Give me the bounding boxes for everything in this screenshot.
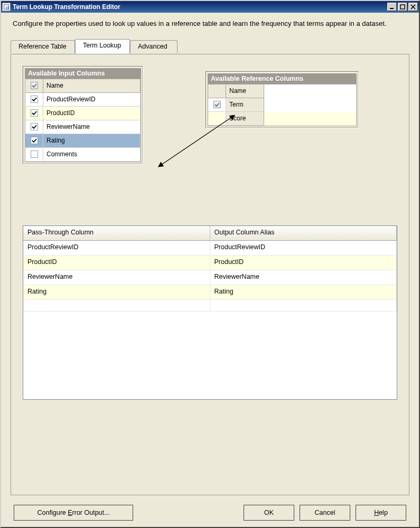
row-checkbox[interactable] (31, 150, 38, 158)
table-row[interactable]: Rating Rating (23, 285, 397, 300)
svg-rect-4 (400, 5, 405, 9)
input-box-title: Available Input Columns (25, 68, 141, 79)
row-checkbox[interactable] (213, 101, 221, 108)
cancel-button[interactable]: Cancel (300, 505, 350, 521)
tab-advanced[interactable]: Advanced (130, 40, 178, 53)
table-row[interactable]: ProductID ProductID (23, 256, 397, 270)
svg-line-2 (8, 9, 10, 10)
table-row[interactable] (23, 300, 397, 315)
table-row[interactable]: ReviewerName ReviewerName (23, 270, 397, 285)
reference-box-title: Available Reference Columns (208, 73, 357, 84)
row-checkbox[interactable] (31, 137, 38, 144)
configure-error-output-button[interactable]: Configure Error Output... (14, 505, 133, 521)
help-button[interactable]: Help (356, 505, 406, 521)
app-icon (2, 3, 11, 11)
ok-button[interactable]: OK (244, 505, 294, 521)
row-checkbox[interactable] (31, 109, 38, 117)
header-pass-through: Pass-Through Column (23, 226, 210, 241)
table-row[interactable]: Rating (25, 134, 141, 148)
row-checkbox[interactable] (31, 123, 38, 130)
input-columns-grid[interactable]: Name ProductReviewID ProductID (25, 79, 141, 162)
input-header-name: Name (43, 79, 141, 93)
close-button[interactable] (408, 3, 418, 11)
minimize-button[interactable] (387, 3, 397, 11)
tab-term-lookup[interactable]: Term Lookup (75, 39, 130, 54)
title-bar: Term Lookup Transformation Editor (1, 1, 419, 13)
description-text: Configure the properties used to look up… (3, 16, 417, 33)
svg-rect-3 (390, 8, 394, 9)
table-row[interactable]: Term (208, 98, 356, 112)
output-mapping-table[interactable]: Pass-Through Column Output Column Alias … (23, 225, 397, 400)
window-title: Term Lookup Transformation Editor (13, 3, 387, 11)
table-row[interactable]: ProductID (25, 107, 141, 120)
table-row[interactable]: Score (208, 112, 356, 126)
input-select-all-checkbox[interactable] (31, 82, 38, 89)
row-checkbox[interactable] (31, 96, 38, 103)
table-row[interactable]: ProductReviewID ProductReviewID (23, 241, 397, 256)
reference-columns-grid[interactable]: Name Term Score (208, 84, 357, 126)
table-row[interactable]: ReviewerName (25, 120, 141, 134)
table-row[interactable]: Comments (25, 148, 141, 162)
header-output-alias: Output Column Alias (210, 226, 397, 241)
tab-reference-table[interactable]: Reference Table (11, 40, 75, 53)
reference-header-name: Name (226, 84, 264, 98)
maximize-button[interactable] (398, 3, 407, 11)
table-row[interactable]: ProductReviewID (25, 93, 141, 107)
